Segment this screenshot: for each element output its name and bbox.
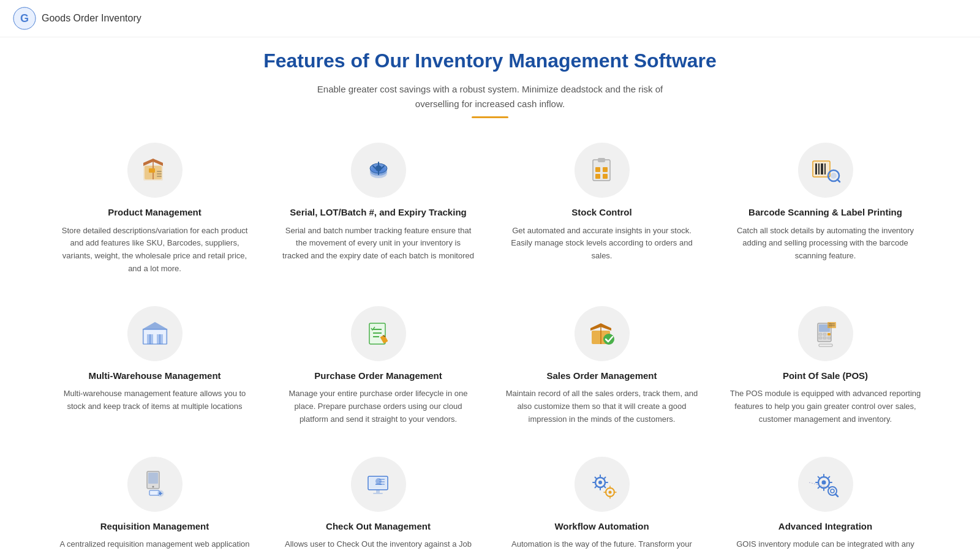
- feature-title-product: Product Management: [108, 206, 202, 219]
- svg-rect-56: [829, 323, 835, 324]
- icon-circle-product: [127, 143, 183, 198]
- svg-rect-49: [823, 333, 826, 335]
- feature-title-warehouse: Multi-Warehouse Management: [88, 370, 221, 382]
- feature-title-requisition: Requisition Management: [100, 520, 209, 533]
- feature-card-sales: Sales Order Management Maintain record o…: [496, 300, 707, 432]
- svg-rect-31: [143, 329, 167, 344]
- svg-rect-72: [379, 481, 385, 482]
- feature-desc-serial: Serial and batch number tracking feature…: [282, 225, 475, 263]
- svg-text:G: G: [20, 12, 29, 24]
- svg-rect-18: [603, 167, 608, 172]
- icon-circle-requisition: [127, 457, 183, 512]
- svg-rect-53: [827, 337, 831, 339]
- feature-card-stock: Stock Control Get automated and accurate…: [496, 137, 707, 282]
- feature-desc-sales: Maintain record of all the sales orders,…: [505, 388, 698, 425]
- icon-circle-workflow: [575, 457, 630, 512]
- svg-marker-30: [142, 322, 168, 329]
- svg-point-14: [375, 165, 382, 171]
- feature-card-workflow: Workflow Automation Automation is the wa…: [496, 451, 707, 551]
- icon-circle-warehouse: [127, 306, 183, 361]
- feature-card-integration: Advanced Integration GOIS inventory modu…: [720, 451, 931, 551]
- feature-card-requisition: Requisition Management A centralized req…: [49, 451, 260, 551]
- icon-circle-barcode: [798, 143, 853, 198]
- svg-rect-50: [827, 333, 831, 335]
- feature-title-stock: Stock Control: [571, 206, 631, 219]
- feature-title-workflow: Workflow Automation: [554, 520, 649, 533]
- icon-circle-serial: [351, 143, 406, 198]
- feature-card-warehouse: Multi-Warehouse Management Multi-warehou…: [49, 300, 260, 432]
- feature-desc-product: Store detailed descriptions/variation fo…: [58, 225, 251, 276]
- feature-desc-requisition: A centralized requisition management web…: [58, 538, 251, 551]
- box-check-icon: [586, 317, 619, 350]
- svg-rect-17: [595, 167, 600, 172]
- svg-point-28: [831, 173, 837, 179]
- features-grid: Product Management Store detailed descri…: [49, 137, 931, 551]
- svg-rect-57: [829, 325, 835, 326]
- feature-title-serial: Serial, LOT/Batch #, and Expiry Tracking: [290, 206, 466, 219]
- feature-card-serial: Serial, LOT/Batch #, and Expiry Tracking…: [273, 137, 484, 282]
- svg-point-60: [152, 485, 154, 487]
- svg-point-81: [831, 489, 834, 493]
- svg-rect-23: [818, 163, 820, 174]
- warehouse-icon: [138, 317, 172, 350]
- svg-line-27: [837, 179, 840, 182]
- clipboard-boxes-icon: [586, 154, 619, 187]
- gear-search-icon: [809, 468, 842, 501]
- feature-title-pos: Point Of Sale (POS): [783, 370, 868, 382]
- svg-rect-7: [157, 171, 162, 172]
- svg-rect-54: [819, 344, 832, 347]
- icon-circle-checkout: [351, 457, 406, 512]
- svg-rect-48: [819, 333, 822, 335]
- pos-terminal-icon: [809, 317, 842, 350]
- svg-rect-8: [157, 173, 162, 174]
- feature-desc-stock: Get automated and accurate insights in y…: [505, 225, 698, 263]
- header: G Goods Order Inventory: [0, 0, 980, 37]
- person-screen-icon: [362, 468, 395, 501]
- icon-circle-sales: [575, 306, 630, 361]
- feature-title-sales: Sales Order Management: [546, 370, 657, 382]
- barcode-search-icon: [809, 154, 842, 187]
- logo-wrap: G Goods Order Inventory: [12, 6, 141, 31]
- svg-rect-51: [819, 337, 822, 339]
- svg-line-82: [835, 494, 838, 497]
- title-underline: [472, 116, 508, 118]
- svg-rect-20: [603, 174, 608, 179]
- svg-point-75: [598, 481, 602, 484]
- svg-point-79: [821, 480, 826, 484]
- svg-rect-19: [595, 174, 600, 179]
- feature-title-checkout: Check Out Management: [326, 520, 431, 533]
- feature-desc-integration: GOIS inventory module can be integrated …: [729, 538, 922, 551]
- svg-rect-24: [821, 163, 823, 174]
- icon-circle-stock: [575, 143, 630, 198]
- svg-rect-59: [148, 473, 158, 484]
- feature-card-checkout: Check Out Management Allows user to Chec…: [273, 451, 484, 551]
- svg-rect-73: [379, 484, 385, 485]
- svg-rect-16: [598, 158, 605, 162]
- feature-desc-purchase: Manage your entire purchase order lifecy…: [282, 388, 475, 425]
- gears-target-icon: [586, 468, 619, 501]
- icon-circle-pos: [798, 306, 853, 361]
- feature-title-barcode: Barcode Scanning & Label Printing: [748, 206, 902, 219]
- feature-card-pos: Point Of Sale (POS) The POS module is eq…: [720, 300, 931, 432]
- svg-rect-25: [824, 163, 826, 174]
- gear-stack-icon: [362, 154, 395, 187]
- feature-card-product-management: Product Management Store detailed descri…: [49, 137, 260, 282]
- feature-title-integration: Advanced Integration: [778, 520, 872, 533]
- feature-title-purchase: Purchase Order Management: [314, 370, 442, 382]
- svg-rect-22: [815, 163, 817, 174]
- svg-rect-9: [157, 176, 162, 177]
- feature-card-purchase: Purchase Order Management Manage your en…: [273, 300, 484, 432]
- logo-text: Goods Order Inventory: [42, 13, 141, 24]
- main-content: Features of Our Inventory Management Sof…: [0, 37, 980, 551]
- icon-circle-integration: [798, 457, 853, 512]
- tablet-hand-icon: [138, 468, 172, 501]
- svg-rect-70: [373, 493, 383, 494]
- feature-card-barcode: Barcode Scanning & Label Printing Catch …: [720, 137, 931, 282]
- feature-desc-pos: The POS module is equipped with advanced…: [729, 388, 922, 425]
- feature-desc-checkout: Allows user to Check Out the inventory a…: [282, 538, 475, 551]
- svg-rect-6: [149, 168, 155, 173]
- page-title: Features of Our Inventory Management Sof…: [49, 50, 931, 72]
- feature-desc-warehouse: Multi-warehouse management feature allow…: [58, 388, 251, 413]
- page-subtitle: Enable greater cost savings with a robus…: [306, 82, 674, 111]
- svg-point-77: [608, 490, 611, 493]
